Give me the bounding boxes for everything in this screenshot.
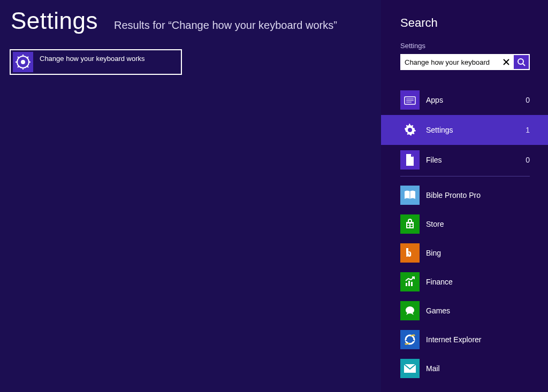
svg-line-13	[523, 64, 525, 66]
scope-list: Apps 0 Settings 1	[400, 85, 530, 175]
finance-icon	[400, 272, 420, 291]
results-list: Change how your keyboard works	[10, 49, 182, 75]
search-row	[400, 54, 530, 70]
svg-point-12	[518, 59, 523, 64]
app-finance[interactable]: Finance	[400, 267, 530, 296]
header: Settings Results for “Change how your ke…	[11, 7, 337, 34]
svg-rect-22	[407, 226, 409, 227]
svg-line-9	[27, 57, 28, 58]
scope-label: Files	[426, 156, 526, 164]
search-icon	[517, 58, 526, 66]
app-label: Internet Explorer	[426, 335, 482, 344]
bing-icon: b	[400, 243, 420, 263]
svg-rect-21	[410, 224, 413, 225]
svg-rect-25	[406, 283, 407, 286]
result-label: Change how your keyboard works	[40, 55, 145, 63]
bible-icon	[400, 186, 420, 205]
scope-count: 1	[526, 126, 530, 134]
apps-icon	[400, 90, 420, 110]
clear-search-button[interactable]	[499, 55, 513, 69]
app-bing[interactable]: b Bing	[400, 239, 530, 267]
app-label: Bible Pronto Pro	[426, 191, 481, 199]
svg-rect-27	[411, 282, 413, 286]
svg-line-7	[27, 66, 28, 67]
ie-icon	[400, 330, 420, 349]
app-label: Finance	[426, 278, 453, 286]
app-store[interactable]: Store	[400, 210, 530, 239]
scope-apps[interactable]: Apps 0	[400, 85, 530, 115]
app-label: Mail	[426, 364, 440, 373]
search-pane: Search Settings	[381, 0, 548, 392]
files-icon	[400, 150, 420, 170]
games-icon	[400, 301, 420, 320]
app-label: Bing	[426, 249, 441, 257]
svg-point-1	[21, 60, 25, 64]
app-mail[interactable]: Mail	[400, 354, 530, 383]
close-icon	[503, 59, 509, 65]
search-title: Search	[400, 16, 530, 30]
search-input[interactable]	[401, 55, 499, 69]
ease-of-access-icon	[13, 52, 33, 72]
result-item[interactable]: Change how your keyboard works	[10, 49, 182, 75]
svg-rect-23	[410, 226, 413, 227]
results-pane: Settings Results for “Change how your ke…	[0, 0, 381, 392]
divider	[400, 176, 530, 176]
svg-point-18	[408, 128, 412, 132]
settings-icon	[400, 120, 420, 140]
scope-count: 0	[526, 96, 530, 104]
search-box	[400, 54, 514, 70]
app-games[interactable]: Games	[400, 296, 530, 325]
svg-line-8	[18, 66, 19, 67]
app-internet-explorer[interactable]: Internet Explorer	[400, 325, 530, 354]
svg-rect-26	[408, 281, 410, 286]
svg-rect-20	[407, 224, 409, 225]
page-title: Settings	[11, 7, 98, 34]
mail-icon	[400, 359, 420, 378]
store-icon	[400, 214, 420, 234]
svg-line-6	[18, 57, 19, 58]
app-list: Bible Pronto Pro Store b Bing	[400, 181, 530, 383]
scope-label: Apps	[426, 96, 526, 104]
scope-count: 0	[526, 156, 530, 164]
results-subtitle: Results for “Change how your keyboard wo…	[114, 19, 337, 32]
scope-files[interactable]: Files 0	[400, 145, 530, 175]
scope-settings[interactable]: Settings 1	[381, 115, 548, 145]
app-label: Store	[426, 220, 444, 228]
svg-point-28	[406, 335, 414, 344]
scope-label: Settings	[426, 126, 526, 134]
search-context-label: Settings	[400, 42, 530, 50]
app-bible-pronto-pro[interactable]: Bible Pronto Pro	[400, 181, 530, 210]
search-button[interactable]	[514, 54, 530, 70]
svg-text:b: b	[406, 248, 412, 259]
app-label: Games	[426, 306, 450, 315]
